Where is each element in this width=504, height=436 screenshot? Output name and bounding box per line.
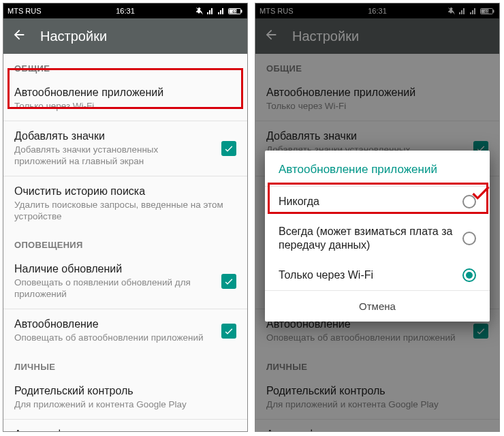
phone-left: MTS RUS 16:31 63 Настройки ОБЩИЕ Автообн… xyxy=(3,3,248,432)
radio-unchecked-icon[interactable] xyxy=(462,232,476,245)
checkbox-checked-icon[interactable] xyxy=(221,274,236,289)
row-purchase-auth[interactable]: Аутентификация при покупке xyxy=(3,420,247,431)
checkbox-checked-icon[interactable] xyxy=(221,141,236,156)
row-parental-control[interactable]: Родительский контроль Для приложений и к… xyxy=(3,376,247,419)
section-general: ОБЩИЕ xyxy=(3,54,247,78)
svg-text:63: 63 xyxy=(232,10,237,14)
cancel-button[interactable]: Отмена xyxy=(265,291,490,322)
signal-icon xyxy=(206,7,215,15)
radio-checked-icon[interactable] xyxy=(462,268,476,282)
carrier-label: MTS RUS xyxy=(7,7,42,15)
settings-list[interactable]: ОБЩИЕ Автообновление приложений Только ч… xyxy=(3,54,247,431)
section-personal: ЛИЧНЫЕ xyxy=(3,352,247,376)
row-add-icons[interactable]: Добавлять значки Добавлять значки устано… xyxy=(3,121,247,176)
battery-icon: 63 xyxy=(228,7,243,15)
phone-right: MTS RUS 16:31 63 Настройки ОБЩИЕ Автообн… xyxy=(255,3,500,432)
svg-rect-1 xyxy=(241,10,242,12)
option-never[interactable]: Никогда xyxy=(265,187,490,217)
mute-icon xyxy=(195,7,204,15)
app-bar: Настройки xyxy=(3,18,247,54)
row-clear-history[interactable]: Очистить историю поиска Удалить поисковы… xyxy=(3,176,247,231)
row-update-availability[interactable]: Наличие обновлений Оповещать о появлении… xyxy=(3,254,247,309)
clock: 16:31 xyxy=(116,7,135,15)
status-bar: MTS RUS 16:31 63 xyxy=(3,3,247,18)
page-title: Настройки xyxy=(40,29,107,44)
radio-unchecked-icon[interactable] xyxy=(462,195,476,208)
section-notifications: ОПОВЕЩЕНИЯ xyxy=(3,230,247,254)
signal-icon-2 xyxy=(217,7,225,15)
checkbox-checked-icon[interactable] xyxy=(221,324,236,339)
dialog-title: Автообновление приложений xyxy=(265,151,490,186)
option-always[interactable]: Всегда (может взиматься плата за передач… xyxy=(265,217,490,260)
row-autoupdate-notify[interactable]: Автообновление Оповещать об автообновлен… xyxy=(3,309,247,352)
autoupdate-dialog: Автообновление приложений Никогда Всегда… xyxy=(265,151,490,322)
row-autoupdate-apps[interactable]: Автообновление приложений Только через W… xyxy=(3,78,247,121)
option-wifi-only[interactable]: Только через Wi-Fi xyxy=(265,260,490,290)
status-icons: 63 xyxy=(195,7,243,15)
back-icon[interactable] xyxy=(12,27,27,45)
